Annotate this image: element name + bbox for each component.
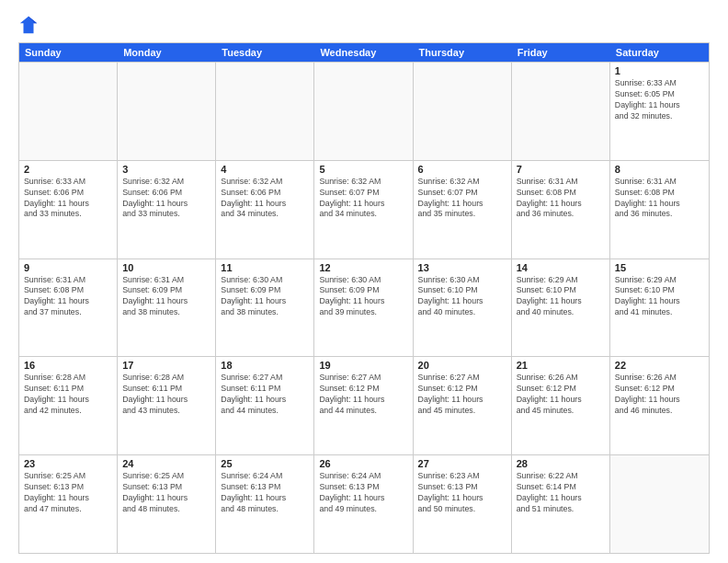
day-number: 8 — [615, 164, 704, 175]
header-day-tuesday: Tuesday — [216, 43, 314, 62]
cal-cell: 28Sunrise: 6:22 AM Sunset: 6:14 PM Dayli… — [512, 455, 610, 553]
day-info: Sunrise: 6:30 AM Sunset: 6:10 PM Dayligh… — [418, 275, 506, 319]
cal-row-3: 9Sunrise: 6:31 AM Sunset: 6:08 PM Daylig… — [19, 259, 709, 357]
calendar: SundayMondayTuesdayWednesdayThursdayFrid… — [18, 42, 710, 554]
logo — [18, 15, 42, 35]
day-info: Sunrise: 6:27 AM Sunset: 6:11 PM Dayligh… — [221, 373, 309, 417]
day-info: Sunrise: 6:31 AM Sunset: 6:09 PM Dayligh… — [122, 275, 210, 319]
header-day-saturday: Saturday — [610, 43, 709, 62]
cal-cell: 13Sunrise: 6:30 AM Sunset: 6:10 PM Dayli… — [414, 259, 512, 357]
cal-cell: 12Sunrise: 6:30 AM Sunset: 6:09 PM Dayli… — [314, 259, 413, 357]
day-number: 6 — [418, 164, 506, 175]
cal-cell: 6Sunrise: 6:32 AM Sunset: 6:07 PM Daylig… — [414, 161, 512, 259]
day-number: 4 — [221, 164, 309, 175]
header-day-monday: Monday — [118, 43, 216, 62]
cal-cell: 20Sunrise: 6:27 AM Sunset: 6:12 PM Dayli… — [414, 357, 512, 454]
day-number: 21 — [517, 360, 605, 371]
cal-cell: 15Sunrise: 6:29 AM Sunset: 6:10 PM Dayli… — [610, 259, 709, 357]
day-number: 3 — [122, 164, 210, 175]
cal-cell: 16Sunrise: 6:28 AM Sunset: 6:11 PM Dayli… — [19, 357, 118, 454]
day-info: Sunrise: 6:31 AM Sunset: 6:08 PM Dayligh… — [24, 275, 112, 319]
cal-cell — [512, 63, 610, 160]
day-info: Sunrise: 6:28 AM Sunset: 6:11 PM Dayligh… — [122, 373, 210, 417]
day-info: Sunrise: 6:22 AM Sunset: 6:14 PM Dayligh… — [517, 471, 605, 515]
cal-cell: 25Sunrise: 6:24 AM Sunset: 6:13 PM Dayli… — [216, 455, 314, 553]
page: SundayMondayTuesdayWednesdayThursdayFrid… — [0, 0, 728, 563]
cal-row-4: 16Sunrise: 6:28 AM Sunset: 6:11 PM Dayli… — [19, 356, 709, 454]
cal-cell — [216, 63, 314, 160]
cal-cell: 21Sunrise: 6:26 AM Sunset: 6:12 PM Dayli… — [512, 357, 610, 454]
cal-cell: 7Sunrise: 6:31 AM Sunset: 6:08 PM Daylig… — [512, 161, 610, 259]
day-info: Sunrise: 6:30 AM Sunset: 6:09 PM Dayligh… — [319, 275, 407, 319]
header-day-thursday: Thursday — [414, 43, 512, 62]
day-info: Sunrise: 6:28 AM Sunset: 6:11 PM Dayligh… — [24, 373, 112, 417]
day-number: 27 — [418, 458, 506, 469]
day-info: Sunrise: 6:24 AM Sunset: 6:13 PM Dayligh… — [319, 471, 407, 515]
day-info: Sunrise: 6:32 AM Sunset: 6:07 PM Dayligh… — [418, 177, 506, 221]
cal-cell: 26Sunrise: 6:24 AM Sunset: 6:13 PM Dayli… — [314, 455, 413, 553]
day-info: Sunrise: 6:31 AM Sunset: 6:08 PM Dayligh… — [517, 177, 605, 221]
cal-cell — [314, 63, 413, 160]
cal-cell: 14Sunrise: 6:29 AM Sunset: 6:10 PM Dayli… — [512, 259, 610, 357]
day-info: Sunrise: 6:27 AM Sunset: 6:12 PM Dayligh… — [418, 373, 506, 417]
svg-marker-0 — [20, 17, 37, 33]
day-number: 18 — [221, 360, 309, 371]
day-number: 23 — [24, 458, 112, 469]
day-number: 26 — [319, 458, 407, 469]
day-info: Sunrise: 6:30 AM Sunset: 6:09 PM Dayligh… — [221, 275, 309, 319]
cal-cell: 10Sunrise: 6:31 AM Sunset: 6:09 PM Dayli… — [118, 259, 216, 357]
day-info: Sunrise: 6:24 AM Sunset: 6:13 PM Dayligh… — [221, 471, 309, 515]
day-number: 24 — [122, 458, 210, 469]
day-number: 12 — [319, 262, 407, 273]
day-number: 20 — [418, 360, 506, 371]
cal-cell: 1Sunrise: 6:33 AM Sunset: 6:05 PM Daylig… — [610, 63, 709, 160]
day-number: 5 — [319, 164, 407, 175]
cal-cell: 23Sunrise: 6:25 AM Sunset: 6:13 PM Dayli… — [19, 455, 118, 553]
day-number: 10 — [122, 262, 210, 273]
day-info: Sunrise: 6:32 AM Sunset: 6:06 PM Dayligh… — [221, 177, 309, 221]
day-info: Sunrise: 6:31 AM Sunset: 6:08 PM Dayligh… — [615, 177, 704, 221]
day-info: Sunrise: 6:32 AM Sunset: 6:06 PM Dayligh… — [122, 177, 210, 221]
cal-cell: 22Sunrise: 6:26 AM Sunset: 6:12 PM Dayli… — [610, 357, 709, 454]
day-number: 2 — [24, 164, 112, 175]
cal-cell — [19, 63, 118, 160]
day-info: Sunrise: 6:26 AM Sunset: 6:12 PM Dayligh… — [517, 373, 605, 417]
header-day-sunday: Sunday — [19, 43, 118, 62]
cal-cell: 4Sunrise: 6:32 AM Sunset: 6:06 PM Daylig… — [216, 161, 314, 259]
day-number: 14 — [517, 262, 605, 273]
cal-cell — [610, 455, 709, 553]
cal-cell: 5Sunrise: 6:32 AM Sunset: 6:07 PM Daylig… — [314, 161, 413, 259]
cal-cell: 18Sunrise: 6:27 AM Sunset: 6:11 PM Dayli… — [216, 357, 314, 454]
cal-row-5: 23Sunrise: 6:25 AM Sunset: 6:13 PM Dayli… — [19, 454, 709, 553]
day-number: 25 — [221, 458, 309, 469]
logo-icon — [18, 15, 39, 35]
header — [18, 15, 710, 35]
cal-row-2: 2Sunrise: 6:33 AM Sunset: 6:06 PM Daylig… — [19, 160, 709, 259]
day-info: Sunrise: 6:26 AM Sunset: 6:12 PM Dayligh… — [615, 373, 704, 417]
day-info: Sunrise: 6:25 AM Sunset: 6:13 PM Dayligh… — [122, 471, 210, 515]
day-number: 28 — [517, 458, 605, 469]
calendar-body: 1Sunrise: 6:33 AM Sunset: 6:05 PM Daylig… — [19, 62, 709, 553]
day-info: Sunrise: 6:27 AM Sunset: 6:12 PM Dayligh… — [319, 373, 407, 417]
day-number: 1 — [615, 65, 704, 76]
day-number: 11 — [221, 262, 309, 273]
cal-cell — [414, 63, 512, 160]
day-number: 17 — [122, 360, 210, 371]
cal-cell: 19Sunrise: 6:27 AM Sunset: 6:12 PM Dayli… — [314, 357, 413, 454]
day-info: Sunrise: 6:23 AM Sunset: 6:13 PM Dayligh… — [418, 471, 506, 515]
day-info: Sunrise: 6:33 AM Sunset: 6:06 PM Dayligh… — [24, 177, 112, 221]
day-info: Sunrise: 6:29 AM Sunset: 6:10 PM Dayligh… — [615, 275, 704, 319]
header-day-friday: Friday — [512, 43, 610, 62]
day-number: 9 — [24, 262, 112, 273]
cal-cell: 2Sunrise: 6:33 AM Sunset: 6:06 PM Daylig… — [19, 161, 118, 259]
day-number: 19 — [319, 360, 407, 371]
cal-cell: 17Sunrise: 6:28 AM Sunset: 6:11 PM Dayli… — [118, 357, 216, 454]
cal-cell: 27Sunrise: 6:23 AM Sunset: 6:13 PM Dayli… — [414, 455, 512, 553]
cal-cell — [118, 63, 216, 160]
day-info: Sunrise: 6:29 AM Sunset: 6:10 PM Dayligh… — [517, 275, 605, 319]
day-info: Sunrise: 6:32 AM Sunset: 6:07 PM Dayligh… — [319, 177, 407, 221]
calendar-header: SundayMondayTuesdayWednesdayThursdayFrid… — [19, 43, 709, 62]
day-info: Sunrise: 6:25 AM Sunset: 6:13 PM Dayligh… — [24, 471, 112, 515]
header-day-wednesday: Wednesday — [314, 43, 413, 62]
day-number: 15 — [615, 262, 704, 273]
